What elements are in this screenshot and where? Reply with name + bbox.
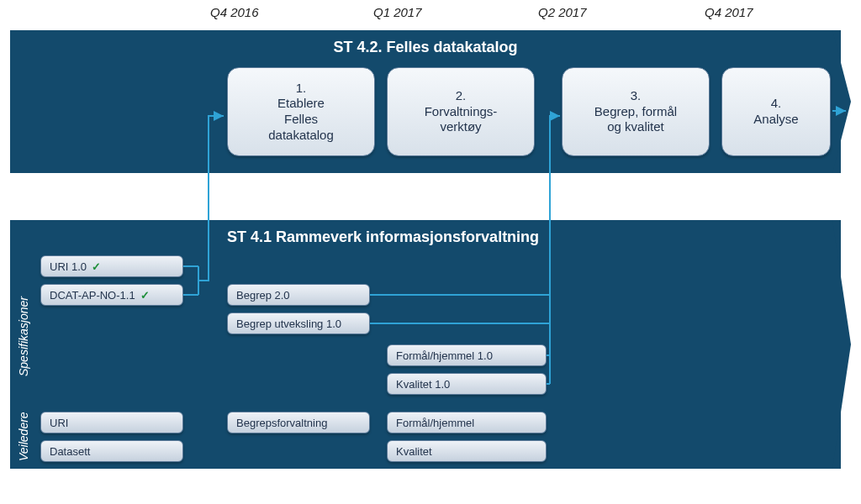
panel-arrowhead-icon [832, 30, 851, 173]
timeline-q2-2017: Q2 2017 [538, 5, 587, 19]
timeline-row: Q4 2016 Q1 2017 Q2 2017 Q4 2017 [0, 5, 841, 25]
phase-3-num: 3. [569, 88, 702, 104]
spec-dcat-label: DCAT-AP-NO-1.1 [50, 289, 135, 302]
guide-kvalitet: Kvalitet [387, 440, 547, 462]
side-label-specs: Spesifikasjoner [17, 297, 30, 376]
phase-1-line3: datakatalog [235, 128, 367, 144]
spec-uri10: URI 1.0 ✓ [40, 255, 183, 277]
panel-top-title: ST 4.2. Felles datakatalog [333, 39, 517, 56]
spec-dcat: DCAT-AP-NO-1.1 ✓ [40, 284, 183, 306]
phase-3-line1: Begrep, formål [569, 104, 702, 120]
guide-formaal: Formål/hjemmel [387, 412, 547, 433]
phase-2-box: 2. Forvaltnings- verktøy [387, 67, 535, 156]
panel-bottom-title: ST 4.1 Rammeverk informasjonsforvaltning [227, 228, 539, 246]
timeline-q1-2017: Q1 2017 [373, 5, 422, 19]
guide-uri: URI [40, 412, 183, 433]
phase-4-box: 4. Analyse [721, 67, 831, 156]
phase-2-line2: verktøy [394, 119, 527, 135]
phase-2-num: 2. [394, 88, 527, 104]
spec-begrep20: Begrep 2.0 [227, 284, 370, 306]
timeline-q4-2016: Q4 2016 [210, 5, 259, 19]
panel-rammeverk: ST 4.1 Rammeverk informasjonsforvaltning… [10, 220, 841, 469]
phase-2-line1: Forvaltnings- [394, 104, 527, 120]
panel-datakatalog: ST 4.2. Felles datakatalog 1. Etablere F… [10, 30, 841, 173]
spec-kvalitet10: Kvalitet 1.0 [387, 373, 547, 395]
check-icon: ✓ [140, 289, 150, 302]
phase-1-line1: Etablere [235, 96, 367, 112]
panel-arrowhead-icon [832, 220, 851, 469]
phase-4-line1: Analyse [729, 112, 823, 128]
phase-3-box: 3. Begrep, formål og kvalitet [562, 67, 710, 156]
phase-3-line2: og kvalitet [569, 119, 702, 135]
check-icon: ✓ [92, 260, 101, 273]
spec-uri10-label: URI 1.0 [50, 260, 87, 273]
phase-4-num: 4. [729, 96, 823, 112]
guide-datasett: Datasett [40, 440, 183, 462]
spec-begrep-exch: Begrep utveksling 1.0 [227, 312, 370, 334]
phase-1-box: 1. Etablere Felles datakatalog [227, 67, 375, 156]
spec-formaal10: Formål/hjemmel 1.0 [387, 344, 547, 366]
side-label-guides: Veiledere [17, 412, 30, 461]
phase-1-line2: Felles [235, 112, 367, 128]
phase-1-num: 1. [235, 81, 367, 97]
timeline-q4-2017: Q4 2017 [705, 5, 753, 19]
guide-begrepsforvaltning: Begrepsforvaltning [227, 412, 370, 433]
